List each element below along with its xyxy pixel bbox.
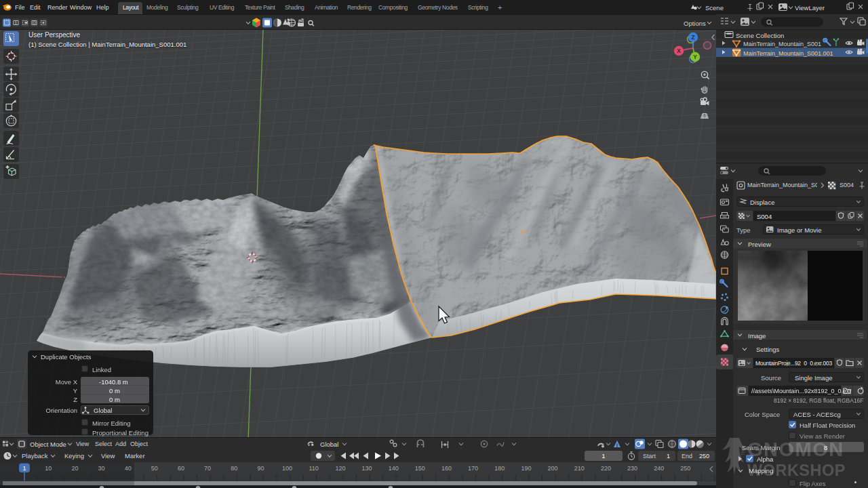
svg-text:X: X xyxy=(677,47,681,54)
svg-text:70: 70 xyxy=(204,465,211,472)
svg-text:1: 1 xyxy=(22,465,26,472)
svg-text:10: 10 xyxy=(45,465,52,472)
svg-text:50: 50 xyxy=(151,465,158,472)
svg-text:140: 140 xyxy=(389,465,399,472)
svg-text:180: 180 xyxy=(494,465,505,472)
svg-text:60: 60 xyxy=(178,465,184,472)
svg-text:200: 200 xyxy=(548,465,558,472)
svg-text:170: 170 xyxy=(468,465,478,472)
svg-text:150: 150 xyxy=(415,465,425,472)
svg-text:100: 100 xyxy=(282,465,292,472)
svg-text:80: 80 xyxy=(231,465,237,472)
svg-text:40: 40 xyxy=(125,465,132,472)
svg-text:Z: Z xyxy=(691,34,694,41)
svg-text:160: 160 xyxy=(441,465,452,472)
svg-text:20: 20 xyxy=(71,465,78,472)
svg-text:190: 190 xyxy=(521,465,531,472)
svg-text:Y: Y xyxy=(693,54,697,60)
svg-text:1: 1 xyxy=(601,452,605,460)
svg-text:230: 230 xyxy=(627,465,637,472)
svg-text:250: 250 xyxy=(680,465,690,472)
svg-text:110: 110 xyxy=(309,465,319,472)
svg-text:220: 220 xyxy=(601,465,611,472)
svg-text:30: 30 xyxy=(98,465,104,472)
svg-text:120: 120 xyxy=(335,465,345,472)
svg-text:130: 130 xyxy=(361,465,372,472)
svg-text:210: 210 xyxy=(574,465,585,472)
svg-text:90: 90 xyxy=(257,465,264,472)
svg-text:240: 240 xyxy=(654,465,664,472)
